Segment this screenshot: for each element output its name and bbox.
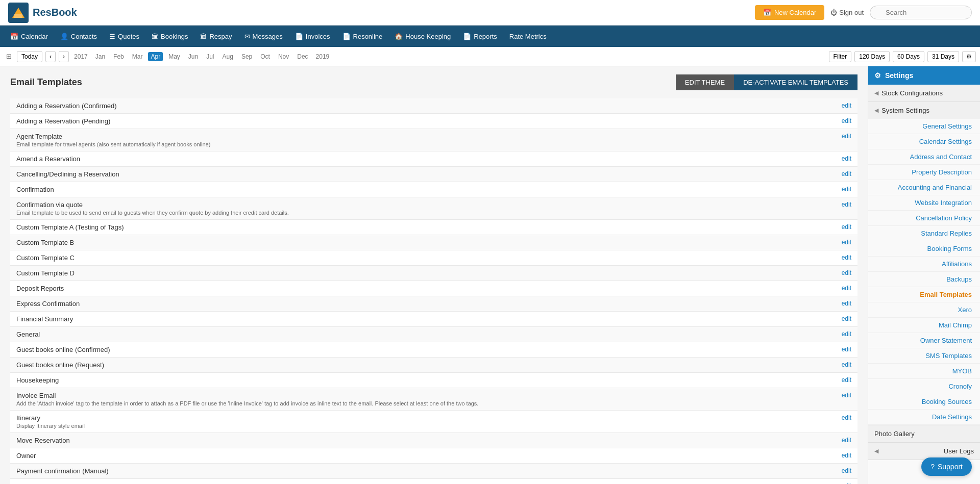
- month-mar[interactable]: Mar: [130, 52, 145, 61]
- template-edit-link[interactable]: edit: [842, 170, 851, 177]
- template-edit-link[interactable]: edit: [842, 392, 851, 399]
- today-button[interactable]: Today: [17, 51, 42, 62]
- sidebar-link-general-settings[interactable]: General Settings: [868, 119, 980, 134]
- nav-reports[interactable]: 📄 Reports: [457, 26, 503, 47]
- template-edit-link[interactable]: edit: [842, 376, 851, 384]
- calendar-bar: ⊞ Today ‹ › 2017 Jan Feb Mar Apr May Jun…: [0, 47, 980, 66]
- stock-configurations-toggle[interactable]: ◀ Stock Configurations: [868, 85, 980, 101]
- sidebar-link-standard-replies[interactable]: Standard Replies: [868, 226, 980, 241]
- nav-messages[interactable]: ✉ Messages: [238, 26, 289, 47]
- template-name: Payment confirmation (Manual): [16, 467, 831, 475]
- sidebar-link-cronofy[interactable]: Cronofy: [868, 379, 980, 394]
- nav-contacts[interactable]: 👤 Contacts: [54, 26, 103, 47]
- filter-button[interactable]: Filter: [829, 51, 852, 62]
- template-edit-link[interactable]: edit: [842, 437, 851, 444]
- sidebar-link-website-integration[interactable]: Website Integration: [868, 195, 980, 211]
- edit-theme-button[interactable]: EDIT THEME: [676, 74, 734, 90]
- collapse-arrow-stock: ◀: [874, 90, 878, 96]
- template-edit-link[interactable]: edit: [842, 117, 851, 124]
- nav-calendar[interactable]: 📅 Calendar: [4, 26, 54, 47]
- template-edit-link[interactable]: edit: [842, 315, 851, 322]
- template-edit-link[interactable]: edit: [842, 346, 851, 353]
- template-info: Custom Template B: [16, 239, 831, 246]
- nav-housekeeping[interactable]: 🏠 House Keeping: [388, 26, 457, 47]
- month-jul[interactable]: Jul: [204, 52, 216, 61]
- template-row: Payment confirmation (Manual) edit: [10, 464, 857, 479]
- photo-gallery-toggle[interactable]: Photo Gallery: [868, 425, 980, 442]
- template-edit-link[interactable]: edit: [842, 452, 851, 459]
- sidebar-link-email-templates[interactable]: Email Templates: [868, 287, 980, 302]
- template-edit-link[interactable]: edit: [842, 269, 851, 276]
- sidebar-link-backups[interactable]: Backups: [868, 272, 980, 287]
- sidebar-link-xero[interactable]: Xero: [868, 302, 980, 318]
- next-arrow[interactable]: ›: [59, 51, 69, 62]
- sidebar-link-mail-chimp[interactable]: Mail Chimp: [868, 318, 980, 333]
- month-oct[interactable]: Oct: [258, 52, 273, 61]
- template-name: Deposit Reports: [16, 285, 831, 292]
- new-calendar-button[interactable]: 📅 New Calendar: [755, 5, 824, 20]
- month-apr[interactable]: Apr: [148, 52, 163, 61]
- 31days-button[interactable]: 31 Days: [927, 51, 959, 62]
- template-edit-link[interactable]: edit: [842, 186, 851, 193]
- template-edit-link[interactable]: edit: [842, 254, 851, 261]
- template-row: Move Reservation edit: [10, 433, 857, 448]
- template-row: Itinerary Display Itinerary style email …: [10, 411, 857, 433]
- nav-bookings[interactable]: 🏛 Bookings: [145, 26, 194, 47]
- template-info: Agent Template Email template for travel…: [16, 133, 831, 147]
- sidebar-link-sms-templates[interactable]: SMS Templates: [868, 348, 980, 364]
- template-edit-link[interactable]: edit: [842, 223, 851, 231]
- nav-quotes[interactable]: ☰ Quotes: [103, 26, 145, 47]
- nav-resonline[interactable]: 📄 Resonline: [336, 26, 389, 47]
- month-aug[interactable]: Aug: [220, 52, 236, 61]
- sidebar-link-booking-forms[interactable]: Booking Forms: [868, 241, 980, 257]
- sidebar-link-accounting-and-financial[interactable]: Accounting and Financial: [868, 180, 980, 195]
- deactivate-email-templates-button[interactable]: DE-ACTIVATE EMAIL TEMPLATES: [734, 74, 857, 90]
- month-feb[interactable]: Feb: [111, 52, 127, 61]
- month-jan[interactable]: Jan: [93, 52, 108, 61]
- sidebar-link-owner-statement[interactable]: Owner Statement: [868, 333, 980, 348]
- sidebar-link-date-settings[interactable]: Date Settings: [868, 410, 980, 425]
- search-input[interactable]: [870, 6, 972, 19]
- 120days-button[interactable]: 120 Days: [854, 51, 890, 62]
- template-edit-link[interactable]: edit: [842, 133, 851, 140]
- grid-icon[interactable]: ⊞: [4, 50, 14, 62]
- 60days-button[interactable]: 60 Days: [893, 51, 924, 62]
- month-nov[interactable]: Nov: [276, 52, 291, 61]
- template-edit-link[interactable]: edit: [842, 102, 851, 109]
- nav-invoices[interactable]: 📄 Invoices: [289, 26, 336, 47]
- settings-cog-button[interactable]: ⚙: [962, 51, 976, 62]
- template-edit-link[interactable]: edit: [842, 361, 851, 368]
- template-edit-link[interactable]: edit: [842, 330, 851, 338]
- sidebar-link-affiliations[interactable]: Affiliations: [868, 257, 980, 272]
- template-info: Custom Template D: [16, 269, 831, 277]
- sidebar-link-myob[interactable]: MYOB: [868, 364, 980, 379]
- system-settings-label: System Settings: [881, 107, 929, 114]
- system-settings-section: ◀ System Settings General SettingsCalend…: [868, 102, 980, 425]
- search-wrapper: 🔍: [870, 6, 972, 19]
- template-info: Confirmation via quote Email template to…: [16, 201, 831, 216]
- sidebar-link-cancellation-policy[interactable]: Cancellation Policy: [868, 211, 980, 226]
- template-name: Express Confirmation: [16, 300, 831, 308]
- template-description: Display Itinerary style email: [16, 423, 831, 429]
- template-edit-link[interactable]: edit: [842, 155, 851, 162]
- prev-arrow[interactable]: ‹: [45, 51, 56, 62]
- template-edit-link[interactable]: edit: [842, 239, 851, 246]
- sign-out-button[interactable]: ⏻ Sign out: [830, 9, 864, 16]
- month-jun[interactable]: Jun: [186, 52, 201, 61]
- nav-respay[interactable]: 🏛 Respay: [194, 26, 238, 47]
- sidebar-link-calendar-settings[interactable]: Calendar Settings: [868, 134, 980, 149]
- month-dec[interactable]: Dec: [295, 52, 310, 61]
- month-may[interactable]: May: [166, 52, 183, 61]
- template-edit-link[interactable]: edit: [842, 300, 851, 307]
- template-edit-link[interactable]: edit: [842, 467, 851, 474]
- sidebar-link-address-and-contact[interactable]: Address and Contact: [868, 149, 980, 165]
- template-edit-link[interactable]: edit: [842, 414, 851, 421]
- sidebar-link-booking-sources[interactable]: Booking Sources: [868, 394, 980, 410]
- sidebar-link-property-description[interactable]: Property Description: [868, 165, 980, 180]
- support-button[interactable]: ? Support: [921, 457, 972, 476]
- month-sep[interactable]: Sep: [239, 52, 255, 61]
- system-settings-toggle[interactable]: ◀ System Settings: [868, 102, 980, 119]
- template-edit-link[interactable]: edit: [842, 285, 851, 292]
- template-edit-link[interactable]: edit: [842, 201, 851, 208]
- nav-rate-metrics[interactable]: Rate Metrics: [503, 26, 553, 47]
